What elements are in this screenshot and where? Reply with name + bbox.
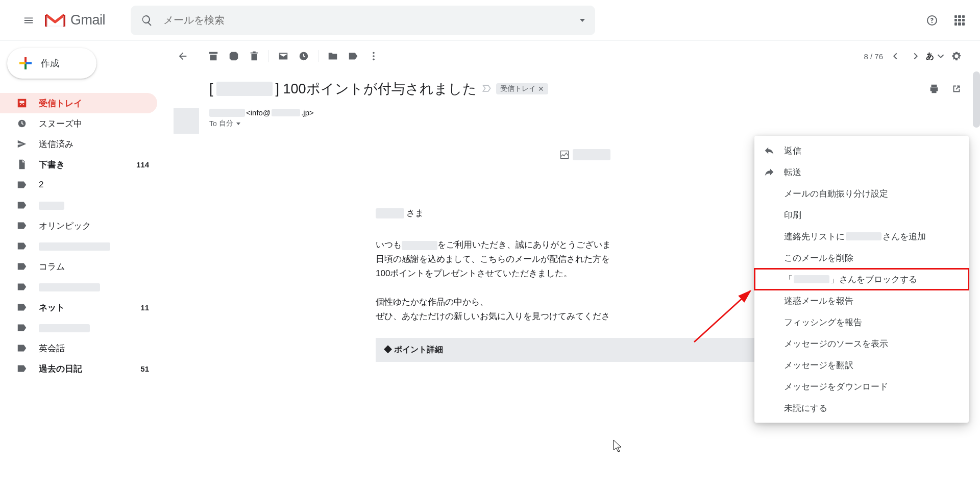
prev-button[interactable] <box>885 46 905 66</box>
sidebar-item-label-column[interactable]: コラム <box>0 256 157 277</box>
sidebar-item-label-redacted-1[interactable] <box>0 195 157 215</box>
print-button[interactable] <box>924 79 944 99</box>
pager-text: 8 / 76 <box>864 52 883 61</box>
chevron-down-icon <box>935 51 946 62</box>
p1a: いつも <box>376 240 402 250</box>
sidebar-item-count: 11 <box>140 303 149 312</box>
gear-icon <box>951 51 962 62</box>
broken-image <box>559 149 610 160</box>
help-button[interactable] <box>922 10 942 31</box>
sidebar-item-label <box>39 323 149 333</box>
trash-icon <box>249 51 260 62</box>
print-icon <box>928 83 940 94</box>
menu-mark-unread[interactable]: 未読にする <box>754 397 969 419</box>
sender-row: <info@ .jp> To 自分 <box>163 108 976 134</box>
menu-report-phishing[interactable]: フィッシングを報告 <box>754 311 969 333</box>
menu-label: このメールを削除 <box>784 252 853 264</box>
sidebar-item-snoozed[interactable]: スヌーズ中 <box>0 113 157 134</box>
menu-download[interactable]: メッセージをダウンロード <box>754 376 969 397</box>
move-to-button[interactable] <box>323 46 343 66</box>
arrow-left-icon <box>177 51 188 62</box>
ime-button[interactable]: あ <box>926 46 946 66</box>
report-spam-button[interactable] <box>224 46 244 66</box>
sidebar-item-sent[interactable]: 送信済み <box>0 134 157 154</box>
open-new-button[interactable] <box>946 79 967 99</box>
menu-label: 迷惑メールを報告 <box>784 295 853 307</box>
label-icon <box>348 51 359 62</box>
menu-filter[interactable]: メールの自動振り分け設定 <box>754 183 969 204</box>
menu-show-original[interactable]: メッセージのソースを表示 <box>754 333 969 354</box>
sidebar-item-label: 英会話 <box>39 343 149 354</box>
menu-add-contact[interactable]: 連絡先リストにさんを追加 <box>754 226 969 247</box>
menu-translate[interactable]: メッセージを翻訳 <box>754 354 969 376</box>
greeting-suffix: さま <box>406 206 424 221</box>
menu-report-spam[interactable]: 迷惑メールを報告 <box>754 290 969 311</box>
search-options-dropdown-icon[interactable] <box>580 19 585 22</box>
label-icon <box>16 179 28 190</box>
logo[interactable]: Gmail <box>45 12 105 28</box>
forward-icon <box>764 166 775 178</box>
to-line[interactable]: To 自分 <box>209 119 314 128</box>
sidebar-item-label: 過去の日記 <box>39 363 140 375</box>
menu-reply[interactable]: 返信 <box>754 140 969 161</box>
separator <box>268 50 269 62</box>
next-button[interactable] <box>905 46 926 66</box>
sidebar-item-label-olympic[interactable]: オリンピック <box>0 215 157 236</box>
archive-button[interactable] <box>203 46 224 66</box>
header-right <box>922 10 970 31</box>
redacted <box>376 208 404 218</box>
sidebar-item-label-redacted-3[interactable] <box>0 277 157 297</box>
back-button[interactable] <box>173 46 193 66</box>
menu-label: 返信 <box>784 145 801 157</box>
sidebar-item-label-redacted-4[interactable] <box>0 318 157 338</box>
inbox-chip[interactable]: 受信トレイ ✕ <box>496 83 548 94</box>
plus-icon <box>19 57 32 69</box>
sidebar-item-label-net[interactable]: ネット 11 <box>0 297 157 318</box>
scrollbar[interactable] <box>973 71 980 128</box>
compose-button[interactable]: 作成 <box>7 48 96 79</box>
menu-label: 転送 <box>784 166 801 178</box>
labels-button[interactable] <box>343 46 363 66</box>
more-vert-icon <box>368 51 379 62</box>
sidebar-item-label: コラム <box>39 261 149 273</box>
chevron-left-icon <box>890 51 901 62</box>
menu-print[interactable]: 印刷 <box>754 204 969 226</box>
sidebar-item-label-diary[interactable]: 過去の日記 51 <box>0 358 157 379</box>
importance-marker[interactable] <box>482 83 492 95</box>
menu-label: 未読にする <box>784 402 827 414</box>
sidebar-item-label-eikaiwa[interactable]: 英会話 <box>0 338 157 358</box>
menu-delete[interactable]: このメールを削除 <box>754 247 969 269</box>
sidebar-item-inbox[interactable]: 受信トレイ <box>0 93 157 113</box>
sidebar-item-drafts[interactable]: 下書き 114 <box>0 154 157 175</box>
label-icon <box>16 281 28 292</box>
apps-button[interactable] <box>949 10 970 31</box>
sidebar-item-label-2[interactable]: 2 <box>0 175 157 195</box>
search-input[interactable] <box>163 14 574 26</box>
sidebar-item-label-redacted-2[interactable] <box>0 236 157 256</box>
mark-unread-button[interactable] <box>273 46 293 66</box>
delete-button[interactable] <box>244 46 264 66</box>
menu-label-prefix: 連絡先リストに <box>784 231 845 242</box>
draft-icon <box>16 159 28 170</box>
sidebar-item-label: 下書き <box>39 159 136 170</box>
close-icon[interactable]: ✕ <box>538 85 544 93</box>
menu-label: 印刷 <box>784 209 801 221</box>
apps-grid-icon <box>954 15 965 26</box>
redacted <box>216 82 273 96</box>
more-button[interactable] <box>363 46 384 66</box>
snooze-button[interactable] <box>293 46 314 66</box>
menu-block-sender[interactable]: 「」さんをブロックする <box>754 269 969 290</box>
settings-button[interactable] <box>946 46 967 66</box>
main-menu-button[interactable] <box>16 8 41 33</box>
search-icon <box>141 14 153 27</box>
menu-forward[interactable]: 転送 <box>754 161 969 183</box>
svg-point-5 <box>373 59 375 61</box>
greeting: さま <box>376 206 794 221</box>
separator <box>318 50 318 62</box>
ime-label: あ <box>926 51 934 62</box>
search-bar[interactable] <box>131 6 595 35</box>
redacted <box>573 149 610 160</box>
subject-prefix: [ <box>209 81 213 97</box>
sender-email-prefix: <info@ <box>246 108 271 117</box>
sidebar-item-count: 51 <box>140 364 149 373</box>
